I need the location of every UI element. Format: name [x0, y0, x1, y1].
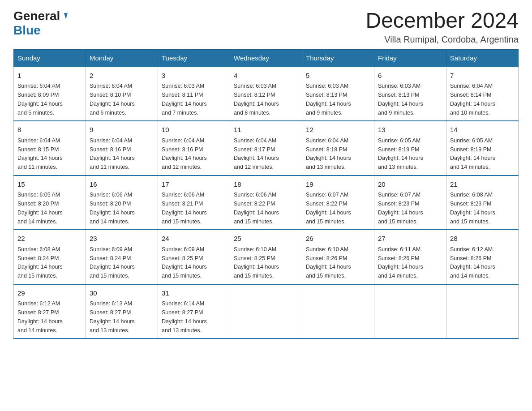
day-info: Sunrise: 6:07 AMSunset: 8:23 PMDaylight:… — [378, 192, 423, 224]
day-info: Sunrise: 6:09 AMSunset: 8:24 PMDaylight:… — [90, 246, 135, 279]
table-row: 8 Sunrise: 6:04 AMSunset: 8:15 PMDayligh… — [14, 121, 86, 176]
day-info: Sunrise: 6:07 AMSunset: 8:22 PMDaylight:… — [306, 192, 351, 224]
table-row: 13 Sunrise: 6:05 AMSunset: 8:19 PMDaylig… — [374, 121, 446, 176]
day-number: 8 — [17, 125, 82, 135]
calendar-week-row: 15 Sunrise: 6:05 AMSunset: 8:20 PMDaylig… — [14, 176, 519, 230]
table-row: 7 Sunrise: 6:04 AMSunset: 8:14 PMDayligh… — [446, 67, 519, 121]
day-number: 21 — [450, 180, 515, 190]
logo-general-text: General — [13, 9, 60, 23]
table-row: 23 Sunrise: 6:09 AMSunset: 8:24 PMDaylig… — [86, 230, 158, 284]
day-info: Sunrise: 6:12 AMSunset: 8:26 PMDaylight:… — [450, 246, 495, 279]
day-number: 6 — [378, 71, 442, 81]
day-number: 31 — [162, 288, 226, 299]
day-number: 18 — [234, 180, 298, 190]
day-number: 25 — [234, 234, 298, 244]
main-title: December 2024 — [365, 9, 519, 33]
day-info: Sunrise: 6:10 AMSunset: 8:25 PMDaylight:… — [234, 246, 279, 279]
day-info: Sunrise: 6:03 AMSunset: 8:13 PMDaylight:… — [306, 83, 351, 116]
day-number: 28 — [450, 234, 515, 244]
day-info: Sunrise: 6:12 AMSunset: 8:27 PMDaylight:… — [17, 300, 63, 333]
logo: General Blue — [13, 9, 67, 38]
col-saturday: Saturday — [446, 49, 519, 67]
day-info: Sunrise: 6:13 AMSunset: 8:27 PMDaylight:… — [90, 300, 135, 333]
table-row: 17 Sunrise: 6:06 AMSunset: 8:21 PMDaylig… — [158, 176, 230, 230]
day-info: Sunrise: 6:04 AMSunset: 8:17 PMDaylight:… — [234, 137, 279, 170]
table-row — [230, 284, 302, 339]
calendar-header-row: Sunday Monday Tuesday Wednesday Thursday… — [14, 49, 519, 67]
day-info: Sunrise: 6:04 AMSunset: 8:14 PMDaylight:… — [450, 83, 495, 116]
table-row: 5 Sunrise: 6:03 AMSunset: 8:13 PMDayligh… — [302, 67, 374, 121]
table-row: 3 Sunrise: 6:03 AMSunset: 8:11 PMDayligh… — [158, 67, 230, 121]
col-monday: Monday — [86, 49, 158, 67]
day-info: Sunrise: 6:08 AMSunset: 8:23 PMDaylight:… — [450, 192, 495, 224]
day-info: Sunrise: 6:14 AMSunset: 8:27 PMDaylight:… — [162, 300, 207, 333]
table-row — [302, 284, 374, 339]
day-info: Sunrise: 6:09 AMSunset: 8:25 PMDaylight:… — [162, 246, 207, 279]
title-area: December 2024 Villa Rumipal, Cordoba, Ar… — [365, 9, 519, 45]
calendar-week-row: 8 Sunrise: 6:04 AMSunset: 8:15 PMDayligh… — [14, 121, 519, 176]
day-number: 23 — [90, 234, 154, 244]
day-number: 20 — [378, 180, 442, 190]
day-info: Sunrise: 6:04 AMSunset: 8:16 PMDaylight:… — [90, 137, 135, 170]
table-row — [374, 284, 446, 339]
day-number: 24 — [162, 234, 226, 244]
logo-arrow-icon — [62, 13, 68, 19]
day-info: Sunrise: 6:05 AMSunset: 8:19 PMDaylight:… — [450, 137, 495, 170]
day-info: Sunrise: 6:08 AMSunset: 8:24 PMDaylight:… — [17, 246, 63, 279]
day-number: 15 — [17, 180, 82, 190]
col-thursday: Thursday — [302, 49, 374, 67]
table-row — [446, 284, 519, 339]
day-info: Sunrise: 6:04 AMSunset: 8:10 PMDaylight:… — [90, 83, 135, 116]
table-row: 22 Sunrise: 6:08 AMSunset: 8:24 PMDaylig… — [14, 230, 86, 284]
day-number: 1 — [17, 71, 82, 81]
day-info: Sunrise: 6:03 AMSunset: 8:12 PMDaylight:… — [234, 83, 279, 116]
table-row: 25 Sunrise: 6:10 AMSunset: 8:25 PMDaylig… — [230, 230, 302, 284]
day-info: Sunrise: 6:06 AMSunset: 8:21 PMDaylight:… — [162, 192, 207, 224]
table-row: 20 Sunrise: 6:07 AMSunset: 8:23 PMDaylig… — [374, 176, 446, 230]
day-info: Sunrise: 6:06 AMSunset: 8:22 PMDaylight:… — [234, 192, 279, 224]
col-tuesday: Tuesday — [158, 49, 230, 67]
table-row: 31 Sunrise: 6:14 AMSunset: 8:27 PMDaylig… — [158, 284, 230, 339]
day-number: 17 — [162, 180, 226, 190]
day-number: 9 — [90, 125, 154, 135]
table-row: 19 Sunrise: 6:07 AMSunset: 8:22 PMDaylig… — [302, 176, 374, 230]
day-number: 7 — [450, 71, 515, 81]
table-row: 6 Sunrise: 6:03 AMSunset: 8:13 PMDayligh… — [374, 67, 446, 121]
day-info: Sunrise: 6:03 AMSunset: 8:11 PMDaylight:… — [162, 83, 207, 116]
day-info: Sunrise: 6:10 AMSunset: 8:26 PMDaylight:… — [306, 246, 351, 279]
day-number: 19 — [306, 180, 370, 190]
table-row: 12 Sunrise: 6:04 AMSunset: 8:18 PMDaylig… — [302, 121, 374, 176]
col-sunday: Sunday — [14, 49, 86, 67]
calendar-week-row: 29 Sunrise: 6:12 AMSunset: 8:27 PMDaylig… — [14, 284, 519, 339]
table-row: 21 Sunrise: 6:08 AMSunset: 8:23 PMDaylig… — [446, 176, 519, 230]
day-number: 11 — [234, 125, 298, 135]
table-row: 11 Sunrise: 6:04 AMSunset: 8:17 PMDaylig… — [230, 121, 302, 176]
day-number: 22 — [17, 234, 82, 244]
day-number: 3 — [162, 71, 226, 81]
table-row: 4 Sunrise: 6:03 AMSunset: 8:12 PMDayligh… — [230, 67, 302, 121]
day-info: Sunrise: 6:04 AMSunset: 8:16 PMDaylight:… — [162, 137, 207, 170]
day-info: Sunrise: 6:06 AMSunset: 8:20 PMDaylight:… — [90, 192, 135, 224]
subtitle: Villa Rumipal, Cordoba, Argentina — [365, 34, 519, 45]
day-number: 5 — [306, 71, 370, 81]
table-row: 10 Sunrise: 6:04 AMSunset: 8:16 PMDaylig… — [158, 121, 230, 176]
table-row: 24 Sunrise: 6:09 AMSunset: 8:25 PMDaylig… — [158, 230, 230, 284]
table-row: 29 Sunrise: 6:12 AMSunset: 8:27 PMDaylig… — [14, 284, 86, 339]
day-info: Sunrise: 6:04 AMSunset: 8:15 PMDaylight:… — [17, 137, 63, 170]
day-info: Sunrise: 6:05 AMSunset: 8:20 PMDaylight:… — [17, 192, 63, 224]
day-number: 4 — [234, 71, 298, 81]
day-number: 13 — [378, 125, 442, 135]
page-header: General Blue December 2024 Villa Rumipal… — [13, 9, 519, 45]
table-row: 30 Sunrise: 6:13 AMSunset: 8:27 PMDaylig… — [86, 284, 158, 339]
calendar-week-row: 22 Sunrise: 6:08 AMSunset: 8:24 PMDaylig… — [14, 230, 519, 284]
day-number: 30 — [90, 288, 154, 299]
day-number: 2 — [90, 71, 154, 81]
table-row: 27 Sunrise: 6:11 AMSunset: 8:26 PMDaylig… — [374, 230, 446, 284]
day-number: 27 — [378, 234, 442, 244]
day-number: 16 — [90, 180, 154, 190]
table-row: 9 Sunrise: 6:04 AMSunset: 8:16 PMDayligh… — [86, 121, 158, 176]
day-number: 29 — [17, 288, 82, 299]
table-row: 14 Sunrise: 6:05 AMSunset: 8:19 PMDaylig… — [446, 121, 519, 176]
day-info: Sunrise: 6:04 AMSunset: 8:09 PMDaylight:… — [17, 83, 63, 116]
day-info: Sunrise: 6:03 AMSunset: 8:13 PMDaylight:… — [378, 83, 423, 116]
